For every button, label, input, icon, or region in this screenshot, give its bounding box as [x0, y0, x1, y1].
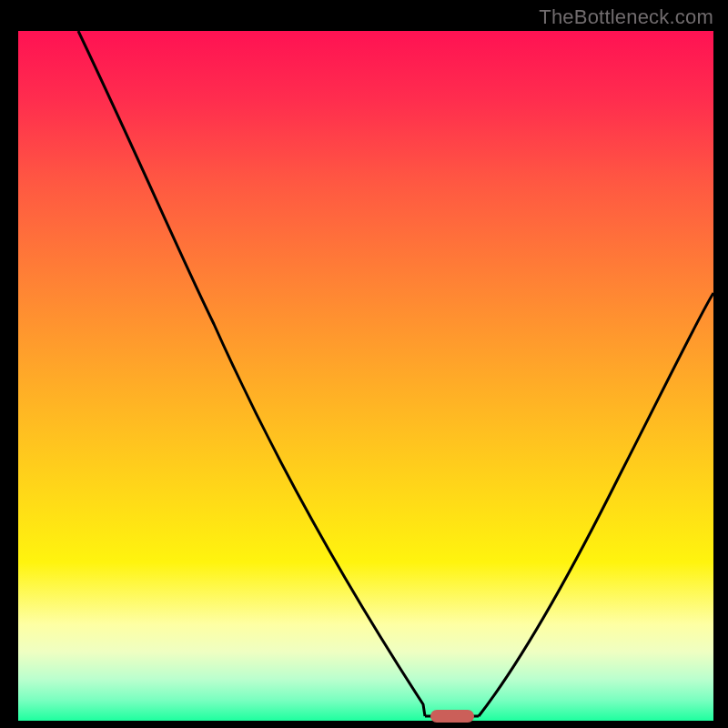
- watermark-text: TheBottleneck.com: [539, 5, 713, 29]
- plot-area: [18, 31, 713, 721]
- bottleneck-curve: [18, 31, 713, 721]
- optimal-marker: [430, 710, 474, 723]
- chart-container: TheBottleneck.com: [0, 0, 728, 728]
